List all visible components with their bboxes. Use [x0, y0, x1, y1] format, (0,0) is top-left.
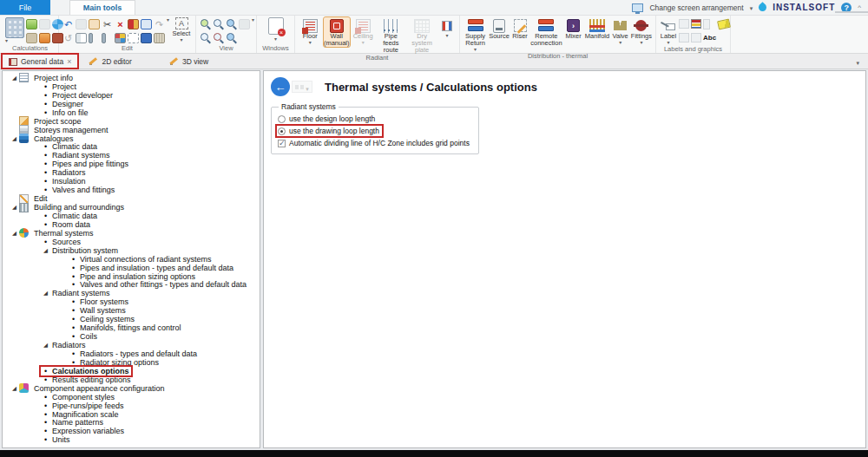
chevron-down-icon[interactable]: ▾	[252, 17, 254, 23]
tree-item[interactable]: Coils	[3, 332, 260, 341]
flip-horizontal-icon[interactable]	[102, 33, 106, 43]
tree-marker-icon	[41, 168, 50, 177]
manifold-button[interactable]: Manifold	[585, 17, 610, 40]
groupbox-title: Radiant systems	[279, 102, 339, 111]
tree-item[interactable]: Virtual connections of radiant systems	[3, 255, 260, 264]
zoom-area-icon[interactable]	[200, 32, 211, 43]
zoom-in-icon[interactable]	[200, 18, 211, 29]
ribbon-tab-main-tools[interactable]: Main tools	[69, 0, 135, 15]
tree-item[interactable]: Radiators	[3, 168, 260, 177]
tree-item[interactable]: Manifolds, fittings and control	[3, 323, 260, 332]
tree-item[interactable]: Component appearance configuration	[3, 384, 260, 393]
tab-2d-editor[interactable]: 2D editor	[83, 54, 138, 69]
tree-item[interactable]: Pipes and insulation - types and default…	[3, 264, 260, 272]
tree-item[interactable]: Valves and other fittings - types and de…	[3, 281, 260, 290]
collapse-ribbon-icon[interactable]: ^	[858, 3, 861, 11]
tree-item[interactable]: Radiators - types and default data	[3, 349, 260, 358]
navigation-history-button[interactable]	[292, 81, 312, 93]
tree-item[interactable]: Magnification scale	[3, 410, 260, 419]
tree-item[interactable]: Project	[3, 82, 260, 91]
tree-item[interactable]: Pipe and insulation sizing options	[3, 272, 260, 281]
source-button[interactable]: Source	[489, 17, 510, 40]
fittings-button[interactable]: Fittings ▾	[631, 17, 652, 45]
connections-icon[interactable]	[26, 33, 37, 43]
import-icon[interactable]	[141, 19, 152, 29]
highlighter-icon[interactable]	[717, 18, 731, 29]
tree-item[interactable]: Component styles	[3, 393, 260, 402]
tree-item[interactable]: Distribution system	[3, 246, 260, 255]
tab-general-data[interactable]: General data ×	[2, 54, 78, 69]
diagnostics-icon[interactable]	[39, 33, 50, 43]
mixer-button[interactable]: › Mixer	[564, 17, 583, 40]
mirror-icon[interactable]	[76, 33, 87, 43]
windows-manager-icon[interactable]	[268, 17, 284, 35]
radio-design-loop-length[interactable]: use the design loop length	[277, 114, 378, 124]
replace-icon[interactable]	[128, 19, 139, 29]
tree-item[interactable]: Project developer	[3, 91, 260, 100]
delete-icon[interactable]: ×	[115, 19, 126, 29]
file-menu-button[interactable]: File	[0, 0, 50, 15]
change-screen-arrangement-button[interactable]: Change screen arrangement	[649, 3, 743, 12]
tree-item[interactable]: Building and surroundings	[3, 203, 260, 212]
undo-icon[interactable]: ↶	[62, 19, 74, 29]
tree-item[interactable]: Calculations options	[3, 367, 260, 375]
valve-button[interactable]: Valve ▾	[611, 17, 628, 45]
tree-item[interactable]: Ceiling systems	[3, 315, 260, 323]
remote-connection-button[interactable]: Remote connection	[530, 17, 562, 47]
tree-item[interactable]: Name patterns	[3, 419, 260, 428]
tree-item[interactable]: Units	[3, 435, 260, 444]
zoom-window-icon[interactable]	[226, 18, 237, 29]
tree-item[interactable]: Climatic data	[3, 212, 260, 220]
select-button[interactable]: A Select ▾	[171, 17, 192, 42]
checkbox-automatic-dividing-line[interactable]: Automatic dividing line of H/C Zone incl…	[277, 138, 472, 148]
tree-item[interactable]: Thermal systems	[3, 229, 260, 238]
tree-item[interactable]: Sources	[3, 238, 260, 246]
flip-vertical-icon[interactable]	[89, 33, 93, 43]
tree-item[interactable]: Designer	[3, 100, 260, 108]
tabstrip-overflow-icon[interactable]	[856, 53, 859, 69]
tree-item[interactable]: Insulation	[3, 177, 260, 186]
tree-item[interactable]: Wall systems	[3, 306, 260, 315]
zoom-selection-icon[interactable]	[226, 32, 237, 43]
array-icon[interactable]	[115, 33, 126, 43]
cut-icon[interactable]: ✂	[102, 19, 113, 29]
zoom-previous-icon[interactable]	[213, 32, 224, 43]
tree-item[interactable]: Radiant systems	[3, 289, 260, 297]
legend-icon[interactable]	[691, 19, 701, 29]
text-abc-button[interactable]: Abc	[703, 34, 716, 42]
pipe-feeds-route-button[interactable]: Pipe feeds route	[376, 17, 405, 54]
riser-button[interactable]: Riser	[511, 17, 529, 40]
paste-icon[interactable]	[89, 19, 100, 29]
chevron-down-icon[interactable]: ▾	[167, 17, 169, 23]
tree-item[interactable]: Expression variables	[3, 427, 260, 435]
chevron-down-icon[interactable]: ▾	[274, 36, 277, 42]
tree-item[interactable]: Pipe-runs/pipe feeds	[3, 402, 260, 410]
radio-drawing-loop-length[interactable]: use the drawing loop length	[277, 126, 382, 136]
ruler-icon[interactable]	[154, 33, 165, 43]
select-area-icon: A	[175, 17, 188, 29]
supply-return-button[interactable]: Supply Return ▾	[464, 17, 487, 52]
label-button[interactable]: Label ▾	[660, 17, 677, 45]
back-button[interactable]	[271, 77, 290, 96]
tree-item[interactable]: Radiators	[3, 341, 260, 349]
tree-item-label: Distribution system	[50, 246, 120, 255]
tree-item[interactable]: Project info	[3, 74, 260, 82]
tree-item[interactable]: Radiant systems	[3, 151, 260, 160]
move-panel-icon[interactable]	[141, 33, 152, 43]
tree-item[interactable]: Climatic data	[3, 143, 260, 152]
zoom-out-icon[interactable]	[213, 18, 224, 29]
close-icon[interactable]: ×	[67, 57, 71, 66]
chevron-down-icon[interactable]: ▾	[5, 38, 8, 43]
tree-item[interactable]: Floor systems	[3, 297, 260, 306]
tree-item[interactable]: Catalogues	[3, 134, 260, 143]
calculate-button[interactable]	[5, 17, 24, 38]
tree-item[interactable]: Radiator sizing options	[3, 358, 260, 367]
radiant-more-button[interactable]: ▾	[438, 17, 456, 38]
wall-manual-button[interactable]: Wall (manual)	[324, 17, 350, 47]
scale-frame-icon[interactable]	[128, 33, 139, 43]
tab-3d-view[interactable]: 3D view	[164, 54, 214, 69]
floor-button[interactable]: Floor ▾	[299, 17, 322, 45]
tree-item[interactable]: Pipes and pipe fittings	[3, 160, 260, 168]
results-table-icon[interactable]	[26, 19, 37, 29]
checkbox-checked-icon	[278, 140, 286, 147]
